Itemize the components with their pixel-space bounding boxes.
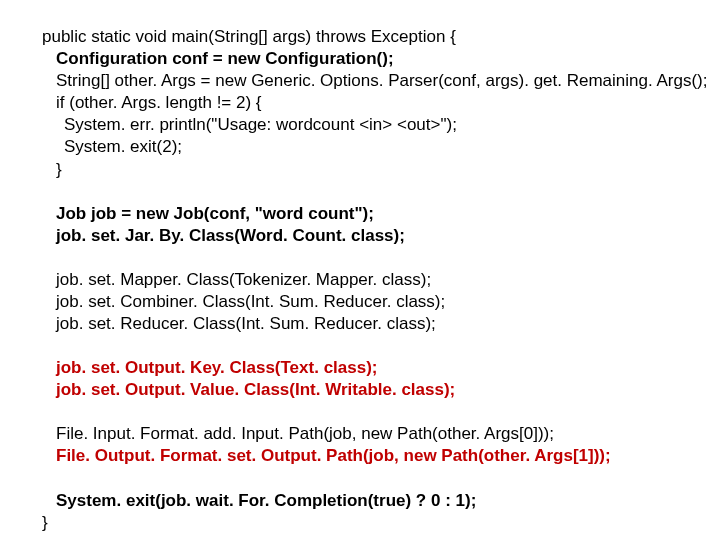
code-line: job. set. Reducer. Class(Int. Sum. Reduc…	[42, 313, 720, 335]
code-line: String[] other. Args = new Generic. Opti…	[42, 70, 720, 92]
blank-line	[42, 468, 720, 490]
code-line: File. Input. Format. add. Input. Path(jo…	[42, 423, 720, 445]
code-line-highlight: File. Output. Format. set. Output. Path(…	[42, 445, 720, 467]
blank-line	[42, 335, 720, 357]
code-line: Configuration conf = new Configuration()…	[42, 48, 720, 70]
blank-line	[42, 401, 720, 423]
code-line: Job job = new Job(conf, "word count");	[42, 203, 720, 225]
code-line: public static void main(String[] args) t…	[42, 26, 720, 48]
blank-line	[42, 181, 720, 203]
code-line: job. set. Combiner. Class(Int. Sum. Redu…	[42, 291, 720, 313]
code-line: job. set. Jar. By. Class(Word. Count. cl…	[42, 225, 720, 247]
code-block: public static void main(String[] args) t…	[0, 0, 720, 534]
code-line: System. exit(job. wait. For. Completion(…	[42, 490, 720, 512]
code-line: }	[42, 159, 720, 181]
code-line-highlight: job. set. Output. Key. Class(Text. class…	[42, 357, 720, 379]
code-line: if (other. Args. length != 2) {	[42, 92, 720, 114]
blank-line	[42, 247, 720, 269]
code-line: }	[42, 512, 720, 534]
code-line: job. set. Mapper. Class(Tokenizer. Mappe…	[42, 269, 720, 291]
code-line: System. exit(2);	[42, 136, 720, 158]
code-line-highlight: job. set. Output. Value. Class(Int. Writ…	[42, 379, 720, 401]
code-line: System. err. println("Usage: wordcount <…	[42, 114, 720, 136]
